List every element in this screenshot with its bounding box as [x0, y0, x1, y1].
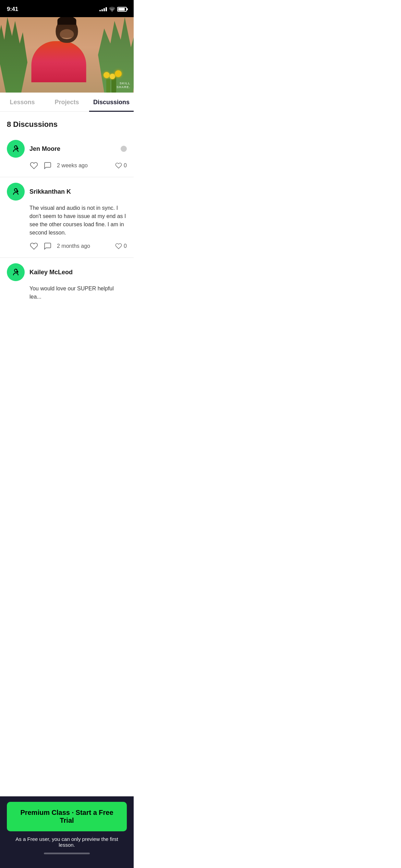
likes-count: 0: [115, 243, 127, 250]
author-name: Srikkanthan K: [29, 188, 127, 195]
tab-discussions[interactable]: Discussions: [89, 93, 134, 111]
avatar-icon: [11, 267, 21, 277]
discussion-time: 2 weeks ago: [57, 162, 88, 169]
status-icons: [99, 7, 127, 12]
hero-video[interactable]: SKILL SHare.: [0, 17, 134, 93]
video-person: [48, 19, 86, 82]
svg-point-3: [17, 191, 19, 192]
likes-count: 0: [115, 162, 127, 169]
comment-icon[interactable]: [43, 242, 52, 251]
discussion-text: The visual and audio is not in sync. I d…: [29, 204, 127, 237]
discussion-text: You would love our SUPER helpful lea...: [29, 285, 127, 301]
signal-icon: [99, 7, 107, 11]
skillshare-watermark: SKILL SHare.: [117, 82, 130, 89]
discussion-time: 2 months ago: [57, 243, 90, 249]
discussion-item[interactable]: Srikkanthan K The visual and audio is no…: [0, 177, 134, 258]
like-icon[interactable]: [29, 161, 38, 170]
svg-point-0: [14, 146, 17, 148]
avatar-icon: [11, 144, 21, 154]
comment-icon[interactable]: [43, 161, 52, 170]
avatar: [7, 140, 25, 158]
avatar: [7, 183, 25, 201]
content-area: 8 Discussions Jen Moore: [0, 112, 134, 374]
avatar-icon: [11, 186, 21, 197]
svg-point-1: [17, 148, 19, 149]
author-name: Kailey McLeod: [29, 269, 127, 276]
wifi-icon: [109, 7, 115, 12]
tab-projects[interactable]: Projects: [45, 93, 89, 111]
svg-point-5: [17, 271, 19, 273]
svg-point-4: [14, 269, 17, 272]
status-time: 9:41: [7, 6, 18, 13]
like-icon[interactable]: [29, 242, 38, 251]
status-bar: 9:41: [0, 0, 134, 17]
discussions-header: 8 Discussions: [0, 112, 134, 134]
discussion-item[interactable]: Jen Moore 2 weeks ago 0: [0, 134, 134, 177]
tabs: Lessons Projects Discussions: [0, 93, 134, 112]
battery-icon: [117, 7, 127, 12]
discussion-item[interactable]: Kailey McLeod You would love our SUPER h…: [0, 258, 134, 313]
tab-lessons[interactable]: Lessons: [0, 93, 45, 111]
svg-point-2: [14, 189, 17, 191]
author-name: Jen Moore: [29, 145, 116, 153]
unread-indicator: [121, 146, 127, 152]
avatar: [7, 263, 25, 281]
